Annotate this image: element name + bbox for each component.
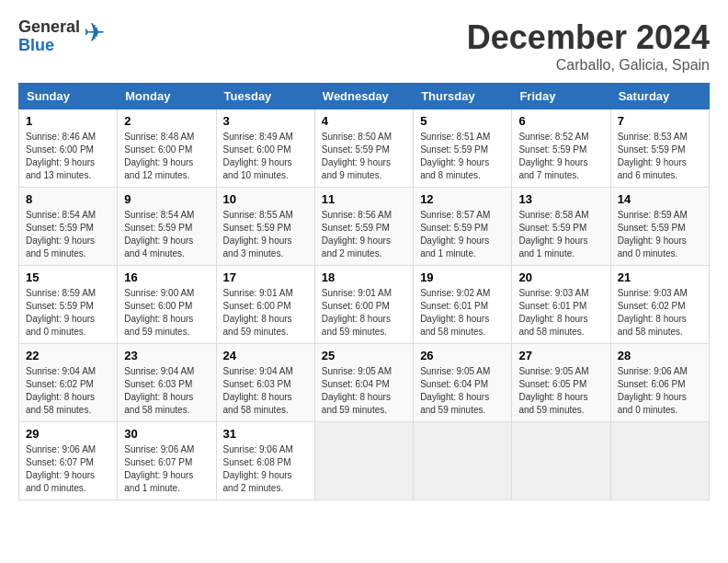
calendar-cell: 17 Sunrise: 9:01 AM Sunset: 6:00 PM Dayl… bbox=[216, 266, 314, 344]
logo-general: General bbox=[18, 18, 80, 37]
day-info: Sunrise: 8:53 AM Sunset: 5:59 PM Dayligh… bbox=[618, 131, 702, 182]
day-number: 8 bbox=[26, 192, 110, 206]
day-number: 16 bbox=[124, 270, 209, 284]
day-number: 21 bbox=[618, 270, 702, 284]
calendar-table: SundayMondayTuesdayWednesdayThursdayFrid… bbox=[18, 83, 710, 500]
calendar-cell bbox=[512, 422, 610, 500]
day-number: 13 bbox=[518, 192, 603, 206]
day-info: Sunrise: 9:04 AM Sunset: 6:02 PM Dayligh… bbox=[26, 365, 110, 417]
calendar-cell bbox=[314, 422, 413, 500]
calendar-week-row: 15 Sunrise: 8:59 AM Sunset: 5:59 PM Dayl… bbox=[19, 266, 710, 344]
calendar-week-row: 8 Sunrise: 8:54 AM Sunset: 5:59 PM Dayli… bbox=[19, 188, 710, 266]
day-number: 3 bbox=[223, 114, 308, 128]
calendar-cell: 31 Sunrise: 9:06 AM Sunset: 6:08 PM Dayl… bbox=[216, 422, 314, 500]
calendar-cell: 24 Sunrise: 9:04 AM Sunset: 6:03 PM Dayl… bbox=[216, 344, 314, 422]
calendar-cell: 13 Sunrise: 8:58 AM Sunset: 5:59 PM Dayl… bbox=[512, 188, 610, 266]
calendar-cell: 14 Sunrise: 8:59 AM Sunset: 5:59 PM Dayl… bbox=[610, 188, 709, 266]
logo-bird-icon: ✈ bbox=[84, 17, 105, 48]
calendar-cell: 25 Sunrise: 9:05 AM Sunset: 6:04 PM Dayl… bbox=[314, 344, 413, 422]
day-info: Sunrise: 8:57 AM Sunset: 5:59 PM Dayligh… bbox=[420, 209, 505, 260]
day-number: 23 bbox=[124, 349, 209, 362]
weekday-header-friday: Friday bbox=[512, 84, 610, 109]
calendar-week-row: 1 Sunrise: 8:46 AM Sunset: 6:00 PM Dayli… bbox=[19, 109, 710, 188]
day-number: 22 bbox=[26, 349, 110, 362]
calendar-cell: 15 Sunrise: 8:59 AM Sunset: 5:59 PM Dayl… bbox=[19, 266, 118, 344]
day-info: Sunrise: 9:06 AM Sunset: 6:07 PM Dayligh… bbox=[26, 443, 110, 495]
day-number: 18 bbox=[322, 270, 406, 284]
calendar-cell: 18 Sunrise: 9:01 AM Sunset: 6:00 PM Dayl… bbox=[314, 266, 413, 344]
day-number: 10 bbox=[223, 192, 308, 206]
day-number: 24 bbox=[223, 349, 308, 362]
weekday-header-monday: Monday bbox=[118, 84, 216, 109]
calendar-cell: 12 Sunrise: 8:57 AM Sunset: 5:59 PM Dayl… bbox=[414, 188, 512, 266]
day-info: Sunrise: 9:03 AM Sunset: 6:02 PM Dayligh… bbox=[618, 287, 702, 339]
day-info: Sunrise: 8:48 AM Sunset: 6:00 PM Dayligh… bbox=[124, 131, 209, 182]
calendar-cell: 19 Sunrise: 9:02 AM Sunset: 6:01 PM Dayl… bbox=[414, 266, 512, 344]
day-number: 19 bbox=[420, 270, 505, 284]
day-number: 7 bbox=[618, 114, 702, 128]
day-info: Sunrise: 8:49 AM Sunset: 6:00 PM Dayligh… bbox=[223, 131, 308, 182]
day-info: Sunrise: 9:03 AM Sunset: 6:01 PM Dayligh… bbox=[518, 287, 603, 339]
day-info: Sunrise: 8:46 AM Sunset: 6:00 PM Dayligh… bbox=[26, 131, 110, 182]
calendar-cell: 5 Sunrise: 8:51 AM Sunset: 5:59 PM Dayli… bbox=[414, 109, 512, 188]
calendar-cell: 4 Sunrise: 8:50 AM Sunset: 5:59 PM Dayli… bbox=[314, 109, 413, 188]
day-number: 11 bbox=[322, 192, 406, 206]
calendar-cell: 11 Sunrise: 8:56 AM Sunset: 5:59 PM Dayl… bbox=[314, 188, 413, 266]
calendar-cell: 16 Sunrise: 9:00 AM Sunset: 6:00 PM Dayl… bbox=[118, 266, 216, 344]
calendar-cell: 2 Sunrise: 8:48 AM Sunset: 6:00 PM Dayli… bbox=[118, 109, 216, 188]
calendar-cell: 28 Sunrise: 9:06 AM Sunset: 6:06 PM Dayl… bbox=[610, 344, 709, 422]
calendar-week-row: 29 Sunrise: 9:06 AM Sunset: 6:07 PM Dayl… bbox=[19, 422, 710, 500]
calendar-cell bbox=[610, 422, 709, 500]
day-number: 30 bbox=[124, 427, 209, 441]
day-number: 20 bbox=[518, 270, 603, 284]
day-number: 27 bbox=[518, 349, 603, 362]
calendar-cell: 6 Sunrise: 8:52 AM Sunset: 5:59 PM Dayli… bbox=[512, 109, 610, 188]
weekday-header-row: SundayMondayTuesdayWednesdayThursdayFrid… bbox=[19, 84, 710, 109]
day-number: 14 bbox=[618, 192, 702, 206]
day-info: Sunrise: 9:01 AM Sunset: 6:00 PM Dayligh… bbox=[223, 287, 308, 339]
day-info: Sunrise: 8:50 AM Sunset: 5:59 PM Dayligh… bbox=[322, 131, 406, 182]
day-info: Sunrise: 9:05 AM Sunset: 6:05 PM Dayligh… bbox=[518, 365, 603, 417]
day-number: 4 bbox=[322, 114, 406, 128]
month-title: December 2024 bbox=[467, 18, 710, 57]
calendar-cell: 29 Sunrise: 9:06 AM Sunset: 6:07 PM Dayl… bbox=[19, 422, 118, 500]
day-number: 12 bbox=[420, 192, 505, 206]
title-block: December 2024 Carballo, Galicia, Spain bbox=[467, 18, 710, 74]
weekday-header-tuesday: Tuesday bbox=[216, 84, 314, 109]
day-info: Sunrise: 8:59 AM Sunset: 5:59 PM Dayligh… bbox=[26, 287, 110, 339]
day-info: Sunrise: 9:05 AM Sunset: 6:04 PM Dayligh… bbox=[420, 365, 505, 417]
logo: General Blue ✈ bbox=[18, 18, 105, 55]
day-number: 17 bbox=[223, 270, 308, 284]
day-info: Sunrise: 8:54 AM Sunset: 5:59 PM Dayligh… bbox=[124, 209, 209, 260]
day-info: Sunrise: 9:04 AM Sunset: 6:03 PM Dayligh… bbox=[124, 365, 209, 417]
day-info: Sunrise: 8:54 AM Sunset: 5:59 PM Dayligh… bbox=[26, 209, 110, 260]
day-info: Sunrise: 9:01 AM Sunset: 6:00 PM Dayligh… bbox=[322, 287, 406, 339]
day-info: Sunrise: 8:55 AM Sunset: 5:59 PM Dayligh… bbox=[223, 209, 308, 260]
day-info: Sunrise: 9:06 AM Sunset: 6:06 PM Dayligh… bbox=[618, 365, 702, 417]
day-number: 2 bbox=[124, 114, 209, 128]
calendar-cell: 21 Sunrise: 9:03 AM Sunset: 6:02 PM Dayl… bbox=[610, 266, 709, 344]
day-number: 1 bbox=[26, 114, 110, 128]
day-info: Sunrise: 9:06 AM Sunset: 6:08 PM Dayligh… bbox=[223, 443, 308, 495]
calendar-cell: 22 Sunrise: 9:04 AM Sunset: 6:02 PM Dayl… bbox=[19, 344, 118, 422]
day-number: 29 bbox=[26, 427, 110, 441]
day-number: 9 bbox=[124, 192, 209, 206]
calendar-week-row: 22 Sunrise: 9:04 AM Sunset: 6:02 PM Dayl… bbox=[19, 344, 710, 422]
day-number: 5 bbox=[420, 114, 505, 128]
day-info: Sunrise: 9:02 AM Sunset: 6:01 PM Dayligh… bbox=[420, 287, 505, 339]
day-info: Sunrise: 9:00 AM Sunset: 6:00 PM Dayligh… bbox=[124, 287, 209, 339]
day-number: 31 bbox=[223, 427, 308, 441]
day-info: Sunrise: 8:58 AM Sunset: 5:59 PM Dayligh… bbox=[518, 209, 603, 260]
calendar-cell: 1 Sunrise: 8:46 AM Sunset: 6:00 PM Dayli… bbox=[19, 109, 118, 188]
day-number: 25 bbox=[322, 349, 406, 362]
weekday-header-sunday: Sunday bbox=[19, 84, 118, 109]
logo-blue: Blue bbox=[18, 37, 80, 55]
calendar-cell: 8 Sunrise: 8:54 AM Sunset: 5:59 PM Dayli… bbox=[19, 188, 118, 266]
calendar-cell: 9 Sunrise: 8:54 AM Sunset: 5:59 PM Dayli… bbox=[118, 188, 216, 266]
page-header: General Blue ✈ December 2024 Carballo, G… bbox=[18, 18, 710, 74]
day-info: Sunrise: 9:04 AM Sunset: 6:03 PM Dayligh… bbox=[223, 365, 308, 417]
calendar-cell: 10 Sunrise: 8:55 AM Sunset: 5:59 PM Dayl… bbox=[216, 188, 314, 266]
calendar-cell: 3 Sunrise: 8:49 AM Sunset: 6:00 PM Dayli… bbox=[216, 109, 314, 188]
calendar-cell: 27 Sunrise: 9:05 AM Sunset: 6:05 PM Dayl… bbox=[512, 344, 610, 422]
day-number: 6 bbox=[518, 114, 603, 128]
